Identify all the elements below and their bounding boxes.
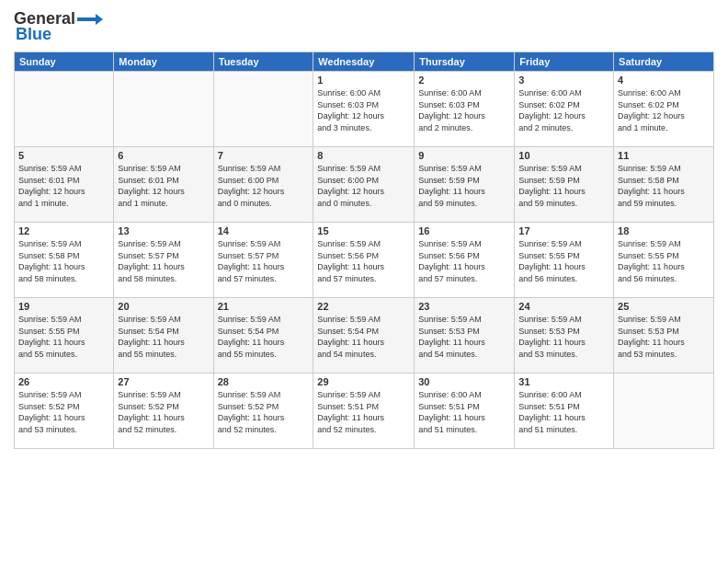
day-number: 30 bbox=[418, 376, 510, 387]
day-number: 5 bbox=[18, 150, 109, 161]
day-cell-19: 19Sunrise: 5:59 AM Sunset: 5:55 PM Dayli… bbox=[15, 298, 114, 373]
weekday-header-monday: Monday bbox=[114, 52, 213, 72]
day-cell-22: 22Sunrise: 5:59 AM Sunset: 5:54 PM Dayli… bbox=[313, 298, 415, 373]
day-number: 22 bbox=[317, 301, 410, 312]
day-cell-18: 18Sunrise: 5:59 AM Sunset: 5:55 PM Dayli… bbox=[614, 223, 714, 298]
day-number: 4 bbox=[618, 75, 710, 86]
day-info: Sunrise: 6:00 AM Sunset: 5:51 PM Dayligh… bbox=[518, 389, 609, 435]
day-cell-28: 28Sunrise: 5:59 AM Sunset: 5:52 PM Dayli… bbox=[213, 373, 313, 449]
day-number: 8 bbox=[317, 150, 410, 161]
day-info: Sunrise: 5:59 AM Sunset: 5:53 PM Dayligh… bbox=[618, 314, 710, 360]
empty-cell bbox=[15, 72, 114, 147]
day-cell-26: 26Sunrise: 5:59 AM Sunset: 5:52 PM Dayli… bbox=[15, 373, 114, 449]
logo-arrow-icon bbox=[77, 10, 103, 29]
day-cell-3: 3Sunrise: 6:00 AM Sunset: 6:02 PM Daylig… bbox=[515, 72, 614, 147]
weekday-header-friday: Friday bbox=[515, 52, 614, 72]
day-number: 26 bbox=[18, 376, 109, 387]
page: General Blue SundayMondayTuesdayWednesda… bbox=[0, 0, 728, 563]
day-cell-29: 29Sunrise: 5:59 AM Sunset: 5:51 PM Dayli… bbox=[313, 373, 415, 449]
day-info: Sunrise: 5:59 AM Sunset: 6:00 PM Dayligh… bbox=[317, 163, 410, 209]
week-row-2: 5Sunrise: 5:59 AM Sunset: 6:01 PM Daylig… bbox=[15, 147, 714, 223]
day-cell-27: 27Sunrise: 5:59 AM Sunset: 5:52 PM Dayli… bbox=[114, 373, 213, 449]
logo: General Blue bbox=[14, 9, 103, 44]
day-number: 10 bbox=[518, 150, 609, 161]
day-number: 31 bbox=[518, 376, 609, 387]
day-cell-11: 11Sunrise: 5:59 AM Sunset: 5:58 PM Dayli… bbox=[614, 147, 714, 223]
day-cell-13: 13Sunrise: 5:59 AM Sunset: 5:57 PM Dayli… bbox=[114, 223, 213, 298]
day-number: 24 bbox=[518, 301, 609, 312]
week-row-4: 19Sunrise: 5:59 AM Sunset: 5:55 PM Dayli… bbox=[15, 298, 714, 373]
day-cell-9: 9Sunrise: 5:59 AM Sunset: 5:59 PM Daylig… bbox=[415, 147, 515, 223]
weekday-header-thursday: Thursday bbox=[415, 52, 515, 72]
day-info: Sunrise: 5:59 AM Sunset: 5:56 PM Dayligh… bbox=[418, 238, 510, 284]
day-number: 25 bbox=[618, 301, 710, 312]
day-number: 18 bbox=[618, 225, 710, 236]
day-info: Sunrise: 5:59 AM Sunset: 5:54 PM Dayligh… bbox=[218, 314, 310, 360]
day-cell-5: 5Sunrise: 5:59 AM Sunset: 6:01 PM Daylig… bbox=[15, 147, 114, 223]
day-info: Sunrise: 5:59 AM Sunset: 5:54 PM Dayligh… bbox=[118, 314, 209, 360]
day-info: Sunrise: 5:59 AM Sunset: 5:52 PM Dayligh… bbox=[118, 389, 209, 435]
day-info: Sunrise: 6:00 AM Sunset: 6:03 PM Dayligh… bbox=[418, 87, 510, 133]
day-number: 20 bbox=[118, 301, 209, 312]
day-cell-24: 24Sunrise: 5:59 AM Sunset: 5:53 PM Dayli… bbox=[515, 298, 614, 373]
day-number: 3 bbox=[518, 75, 609, 86]
day-cell-20: 20Sunrise: 5:59 AM Sunset: 5:54 PM Dayli… bbox=[114, 298, 213, 373]
day-number: 15 bbox=[317, 225, 410, 236]
day-info: Sunrise: 5:59 AM Sunset: 5:59 PM Dayligh… bbox=[418, 163, 510, 209]
day-number: 6 bbox=[118, 150, 209, 161]
day-info: Sunrise: 5:59 AM Sunset: 5:53 PM Dayligh… bbox=[518, 314, 609, 360]
day-number: 17 bbox=[518, 225, 609, 236]
day-number: 13 bbox=[118, 225, 209, 236]
day-cell-23: 23Sunrise: 5:59 AM Sunset: 5:53 PM Dayli… bbox=[415, 298, 515, 373]
weekday-header-wednesday: Wednesday bbox=[313, 52, 415, 72]
day-info: Sunrise: 5:59 AM Sunset: 5:57 PM Dayligh… bbox=[118, 238, 209, 284]
day-number: 12 bbox=[18, 225, 109, 236]
day-number: 29 bbox=[317, 376, 410, 387]
day-number: 14 bbox=[218, 225, 310, 236]
day-cell-31: 31Sunrise: 6:00 AM Sunset: 5:51 PM Dayli… bbox=[515, 373, 614, 449]
day-number: 2 bbox=[418, 75, 510, 86]
header: General Blue bbox=[14, 9, 714, 44]
day-number: 1 bbox=[317, 75, 410, 86]
day-info: Sunrise: 5:59 AM Sunset: 5:55 PM Dayligh… bbox=[618, 238, 710, 284]
day-info: Sunrise: 5:59 AM Sunset: 5:58 PM Dayligh… bbox=[18, 238, 109, 284]
day-cell-25: 25Sunrise: 5:59 AM Sunset: 5:53 PM Dayli… bbox=[614, 298, 714, 373]
day-info: Sunrise: 5:59 AM Sunset: 5:52 PM Dayligh… bbox=[18, 389, 109, 435]
day-cell-12: 12Sunrise: 5:59 AM Sunset: 5:58 PM Dayli… bbox=[15, 223, 114, 298]
day-cell-21: 21Sunrise: 5:59 AM Sunset: 5:54 PM Dayli… bbox=[213, 298, 313, 373]
day-cell-14: 14Sunrise: 5:59 AM Sunset: 5:57 PM Dayli… bbox=[213, 223, 313, 298]
day-info: Sunrise: 5:59 AM Sunset: 5:54 PM Dayligh… bbox=[317, 314, 410, 360]
day-cell-16: 16Sunrise: 5:59 AM Sunset: 5:56 PM Dayli… bbox=[415, 223, 515, 298]
day-info: Sunrise: 5:59 AM Sunset: 5:58 PM Dayligh… bbox=[618, 163, 710, 209]
day-number: 16 bbox=[418, 225, 510, 236]
day-number: 19 bbox=[18, 301, 109, 312]
empty-cell bbox=[213, 72, 313, 147]
day-info: Sunrise: 5:59 AM Sunset: 5:56 PM Dayligh… bbox=[317, 238, 410, 284]
day-cell-17: 17Sunrise: 5:59 AM Sunset: 5:55 PM Dayli… bbox=[515, 223, 614, 298]
day-info: Sunrise: 6:00 AM Sunset: 6:03 PM Dayligh… bbox=[317, 87, 410, 133]
day-cell-10: 10Sunrise: 5:59 AM Sunset: 5:59 PM Dayli… bbox=[515, 147, 614, 223]
day-cell-15: 15Sunrise: 5:59 AM Sunset: 5:56 PM Dayli… bbox=[313, 223, 415, 298]
calendar: SundayMondayTuesdayWednesdayThursdayFrid… bbox=[14, 52, 714, 449]
weekday-header-row: SundayMondayTuesdayWednesdayThursdayFrid… bbox=[15, 52, 714, 72]
day-number: 21 bbox=[218, 301, 310, 312]
weekday-header-sunday: Sunday bbox=[15, 52, 114, 72]
day-number: 7 bbox=[218, 150, 310, 161]
svg-marker-0 bbox=[77, 14, 103, 25]
weekday-header-saturday: Saturday bbox=[614, 52, 714, 72]
day-cell-7: 7Sunrise: 5:59 AM Sunset: 6:00 PM Daylig… bbox=[213, 147, 313, 223]
day-info: Sunrise: 5:59 AM Sunset: 6:01 PM Dayligh… bbox=[18, 163, 109, 209]
day-info: Sunrise: 5:59 AM Sunset: 5:52 PM Dayligh… bbox=[218, 389, 310, 435]
day-info: Sunrise: 6:00 AM Sunset: 6:02 PM Dayligh… bbox=[518, 87, 609, 133]
day-info: Sunrise: 5:59 AM Sunset: 5:57 PM Dayligh… bbox=[218, 238, 310, 284]
day-info: Sunrise: 6:00 AM Sunset: 6:02 PM Dayligh… bbox=[618, 87, 710, 133]
day-cell-4: 4Sunrise: 6:00 AM Sunset: 6:02 PM Daylig… bbox=[614, 72, 714, 147]
week-row-1: 1Sunrise: 6:00 AM Sunset: 6:03 PM Daylig… bbox=[15, 72, 714, 147]
day-cell-2: 2Sunrise: 6:00 AM Sunset: 6:03 PM Daylig… bbox=[415, 72, 515, 147]
day-info: Sunrise: 5:59 AM Sunset: 5:59 PM Dayligh… bbox=[518, 163, 609, 209]
day-cell-30: 30Sunrise: 6:00 AM Sunset: 5:51 PM Dayli… bbox=[415, 373, 515, 449]
day-info: Sunrise: 5:59 AM Sunset: 6:01 PM Dayligh… bbox=[118, 163, 209, 209]
day-info: Sunrise: 5:59 AM Sunset: 5:53 PM Dayligh… bbox=[418, 314, 510, 360]
day-number: 23 bbox=[418, 301, 510, 312]
logo-blue: Blue bbox=[16, 25, 51, 44]
